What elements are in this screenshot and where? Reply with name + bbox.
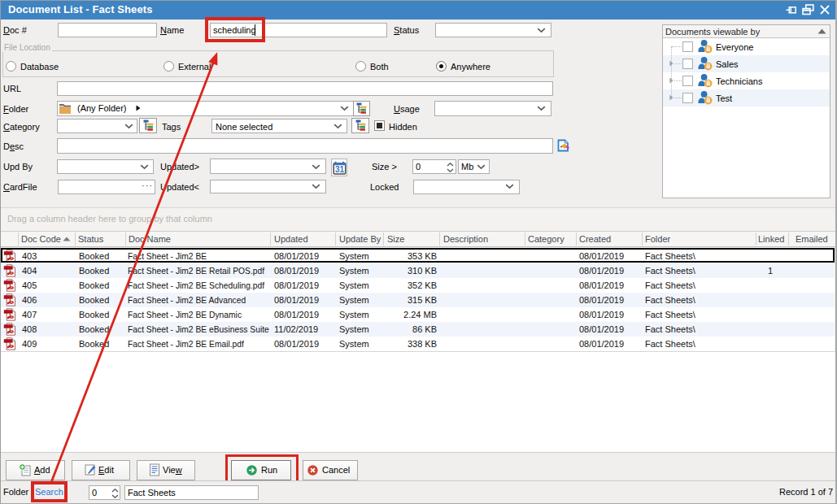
svg-text:31: 31 xyxy=(335,165,345,174)
